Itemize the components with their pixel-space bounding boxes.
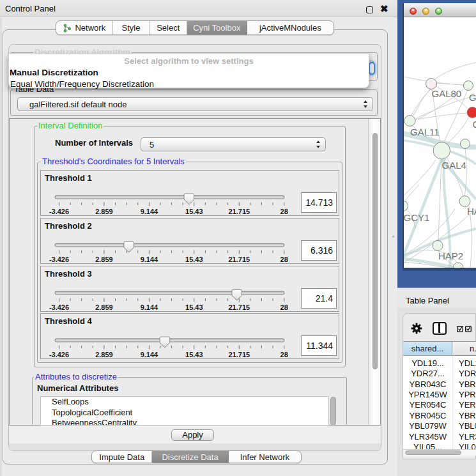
svg-text:28: 28 bbox=[280, 256, 288, 263]
svg-text:HA: HA bbox=[467, 206, 476, 217]
svg-text:28: 28 bbox=[280, 303, 288, 311]
svg-text:15.43: 15.43 bbox=[185, 256, 203, 263]
svg-text:9.144: 9.144 bbox=[141, 303, 158, 311]
svg-text:HAP2: HAP2 bbox=[438, 250, 463, 261]
svg-text:2.859: 2.859 bbox=[95, 303, 113, 311]
svg-text:-3.426: -3.426 bbox=[49, 256, 69, 263]
svg-text:28: 28 bbox=[280, 351, 288, 358]
svg-text:9.144: 9.144 bbox=[141, 256, 158, 263]
svg-text:GAL11: GAL11 bbox=[410, 127, 440, 137]
svg-text:GAL2: GAL2 bbox=[469, 92, 476, 103]
svg-text:CC: CC bbox=[473, 119, 476, 130]
svg-text:GAL4: GAL4 bbox=[442, 160, 466, 171]
svg-text:-3.426: -3.426 bbox=[49, 351, 69, 358]
svg-text:28: 28 bbox=[280, 208, 288, 215]
svg-text:15.43: 15.43 bbox=[185, 208, 203, 215]
svg-text:2.859: 2.859 bbox=[95, 256, 113, 263]
svg-text:9.144: 9.144 bbox=[141, 351, 158, 358]
svg-text:21.715: 21.715 bbox=[228, 256, 250, 263]
svg-text:-3.426: -3.426 bbox=[49, 303, 69, 311]
svg-text:2.859: 2.859 bbox=[95, 351, 113, 358]
svg-text:21.715: 21.715 bbox=[228, 303, 250, 311]
svg-text:2.859: 2.859 bbox=[95, 208, 113, 215]
svg-text:9.144: 9.144 bbox=[141, 208, 158, 215]
svg-text:15.43: 15.43 bbox=[185, 303, 203, 311]
svg-text:GCY1: GCY1 bbox=[404, 212, 429, 223]
svg-text:-3.426: -3.426 bbox=[49, 208, 69, 215]
svg-text:21.715: 21.715 bbox=[228, 208, 250, 215]
svg-text:15.43: 15.43 bbox=[185, 351, 203, 358]
svg-text:GAL80: GAL80 bbox=[432, 88, 462, 99]
svg-text:21.715: 21.715 bbox=[228, 351, 250, 358]
